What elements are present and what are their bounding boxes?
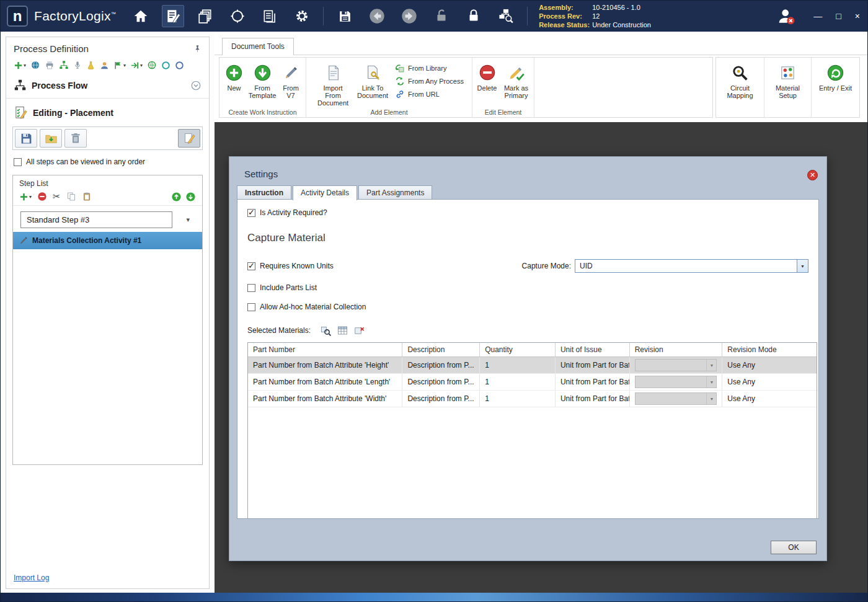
checkbox-box[interactable] — [14, 158, 22, 166]
cell-revision: ▼ — [630, 391, 723, 407]
group-label: Add Element — [306, 108, 472, 116]
mark-as-primary-button[interactable]: Mark as Primary — [500, 60, 533, 102]
export-icon[interactable]: ▾ — [130, 61, 143, 70]
flask-icon[interactable] — [86, 61, 95, 70]
home-icon[interactable] — [130, 5, 152, 27]
find-material-icon[interactable] — [319, 324, 332, 337]
flow-icon[interactable] — [59, 60, 69, 70]
process-flow-row[interactable]: Process Flow — [6, 73, 209, 97]
table-row[interactable]: Part Number from Batch Attribute 'Width'… — [248, 391, 817, 407]
material-table-icon[interactable] — [335, 324, 349, 337]
copy-icon[interactable] — [66, 192, 76, 201]
process-definition-panel: Process Definition ▾ ▾ ▾ — [6, 37, 210, 589]
web-sync-icon[interactable] — [147, 60, 157, 70]
material-setup-button[interactable]: Material Setup — [766, 60, 810, 102]
link-to-document-button[interactable]: Link To Document — [354, 60, 391, 102]
titlebar-toolbar — [130, 5, 517, 27]
user-logout-icon[interactable] — [775, 5, 797, 27]
dialog-close-icon[interactable]: ✕ — [807, 170, 818, 180]
column-header[interactable]: Unit of Issue — [556, 343, 630, 356]
from-v7-button[interactable]: From V7 — [278, 60, 303, 102]
from-any-process-item[interactable]: From Any Process — [395, 76, 464, 86]
revision-select[interactable]: ▼ — [635, 392, 717, 405]
column-header[interactable]: Description — [402, 343, 480, 356]
circuit-mapping-button[interactable]: Circuit Mapping — [718, 60, 763, 102]
step-dropdown[interactable]: Standard Step #3 — [20, 211, 172, 228]
publish-icon[interactable]: ▾ — [113, 61, 126, 70]
process-search-icon[interactable] — [495, 5, 517, 27]
edit-mode-button[interactable] — [178, 129, 200, 148]
from-template-button[interactable]: From Template — [246, 60, 278, 102]
checkbox-box[interactable] — [247, 284, 255, 292]
revision-select[interactable]: ▼ — [635, 376, 717, 388]
move-up-icon[interactable] — [171, 192, 182, 202]
move-down-icon[interactable] — [185, 192, 196, 202]
documents-icon[interactable] — [259, 5, 281, 27]
status-teal-icon[interactable] — [161, 61, 170, 70]
from-url-item[interactable]: From URL — [395, 89, 464, 99]
delete-element-button[interactable]: Delete — [474, 60, 500, 94]
column-header[interactable]: Revision Mode — [722, 343, 817, 356]
delete-step-button[interactable] — [64, 129, 87, 148]
close-button[interactable]: × — [855, 12, 860, 20]
table-row[interactable]: Part Number from Batch Attribute 'Height… — [248, 357, 817, 374]
import-from-document-button[interactable]: Import From Document — [312, 60, 354, 109]
audio-icon[interactable] — [73, 61, 82, 69]
pin-icon[interactable] — [193, 45, 202, 53]
process-definition-icon[interactable] — [162, 5, 184, 27]
globe-icon[interactable] — [30, 60, 40, 70]
checkbox-box[interactable] — [247, 303, 255, 311]
ok-button[interactable]: OK — [771, 541, 817, 554]
checkbox-box[interactable] — [247, 209, 255, 217]
new-button[interactable]: New — [222, 60, 246, 94]
activity-required-checkbox[interactable]: Is Activity Required? — [247, 208, 808, 217]
lock-icon[interactable] — [463, 5, 485, 27]
import-log-link[interactable]: Import Log — [14, 573, 49, 582]
save-icon[interactable] — [334, 5, 356, 27]
back-icon[interactable] — [366, 5, 388, 27]
remove-material-icon[interactable] — [352, 324, 366, 337]
column-header[interactable]: Part Number — [248, 343, 402, 356]
checkbox-box[interactable] — [247, 262, 255, 270]
remove-step-icon[interactable] — [37, 192, 47, 201]
entry-exit-button[interactable]: Entry / Exit — [813, 60, 858, 94]
trademark: ™ — [111, 11, 116, 17]
tab-activity-details[interactable]: Activity Details — [293, 185, 357, 200]
view-order-checkbox[interactable]: All steps can be viewed in any order — [6, 151, 209, 172]
allow-adhoc-checkbox[interactable]: Allow Ad-hoc Material Collection — [247, 303, 808, 311]
from-library-item[interactable]: From Library — [395, 63, 464, 73]
activity-list-item[interactable]: Materials Collection Activity #1 — [13, 232, 202, 249]
minimize-button[interactable]: — — [813, 12, 822, 20]
operator-icon[interactable] — [100, 61, 109, 70]
table-row[interactable]: Part Number from Batch Attribute 'Length… — [248, 374, 817, 391]
requires-known-units-checkbox[interactable]: Requires Known Units — [247, 262, 334, 270]
save-step-button[interactable] — [15, 129, 37, 148]
forward-icon[interactable] — [398, 5, 420, 27]
divider — [6, 98, 209, 99]
chevron-down-icon[interactable]: ▼ — [797, 260, 808, 272]
tab-part-assignments[interactable]: Part Assignments — [358, 185, 432, 200]
column-header[interactable]: Revision — [630, 343, 723, 356]
layers-icon[interactable] — [194, 5, 216, 27]
add-step-icon[interactable]: ▾ — [19, 192, 32, 201]
include-parts-list-checkbox[interactable]: Include Parts List — [247, 283, 808, 292]
status-blue-icon[interactable] — [175, 61, 184, 70]
gear-icon[interactable] — [291, 5, 313, 27]
cut-icon[interactable]: ✂ — [53, 191, 61, 202]
column-header[interactable]: Quantity — [480, 343, 556, 356]
step-dropdown-value: Standard Step #3 — [27, 215, 89, 224]
paste-icon[interactable] — [82, 192, 92, 201]
collapse-icon[interactable] — [190, 80, 202, 91]
maximize-button[interactable]: □ — [836, 12, 841, 20]
tab-instruction[interactable]: Instruction — [237, 185, 291, 200]
compass-icon[interactable] — [226, 5, 249, 27]
revision-select[interactable]: ▼ — [635, 359, 717, 371]
step-expander-icon[interactable]: ▾ — [186, 216, 190, 224]
add-icon[interactable]: ▾ — [14, 61, 26, 70]
tab-document-tools[interactable]: Document Tools — [222, 38, 294, 55]
capture-mode-select[interactable]: UID ▼ — [575, 259, 808, 273]
print-icon[interactable] — [45, 60, 55, 70]
cell-revision-mode: Use Any — [722, 391, 817, 407]
import-button[interactable] — [40, 129, 62, 148]
unlock-icon[interactable] — [430, 5, 453, 27]
